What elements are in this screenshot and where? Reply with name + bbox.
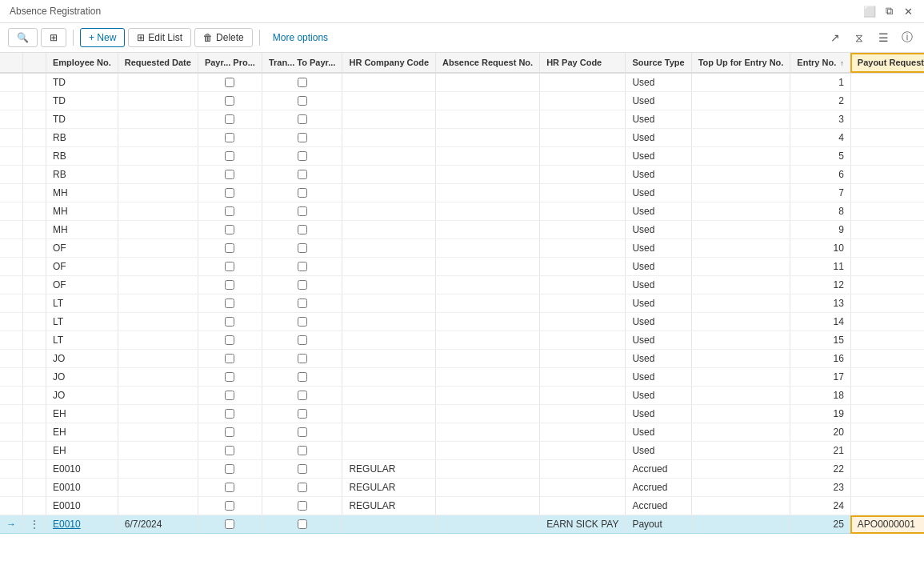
payr-pro-cell[interactable]	[198, 350, 262, 368]
table-row[interactable]: MHUsed7Absence Re...	[0, 184, 924, 202]
tran-to-payr-checkbox[interactable]	[298, 280, 307, 290]
collapse-icon[interactable]: ✕	[902, 5, 914, 18]
tran-to-payr-checkbox[interactable]	[298, 354, 307, 363]
tran-to-payr-cell[interactable]	[262, 405, 342, 423]
tran-to-payr-checkbox[interactable]	[298, 501, 307, 511]
table-row[interactable]: MHUsed8Absence Re...	[0, 202, 924, 221]
col-header-hr-company[interactable]: HR Company Code	[342, 53, 436, 73]
tran-to-payr-checkbox[interactable]	[298, 427, 307, 437]
table-row[interactable]: RBUsed4Absence Re...	[0, 129, 924, 147]
emp-no-link[interactable]: E0010	[53, 519, 81, 530]
new-button[interactable]: + New	[80, 28, 125, 47]
payr-pro-checkbox[interactable]	[225, 114, 234, 124]
payr-pro-cell[interactable]	[198, 313, 262, 331]
payr-pro-checkbox[interactable]	[225, 280, 234, 290]
payr-pro-checkbox[interactable]	[225, 427, 234, 437]
col-header-hr-pay-code[interactable]: HR Pay Code	[540, 53, 626, 73]
payr-pro-cell[interactable]	[198, 387, 262, 405]
payr-pro-cell[interactable]	[198, 166, 262, 184]
payr-pro-cell[interactable]	[198, 442, 262, 460]
table-row[interactable]: →⋮E00106/7/2024EARN SICK PAYPayout25APO0…	[0, 515, 924, 534]
tran-to-payr-checkbox[interactable]	[298, 519, 307, 529]
table-row[interactable]: E0010REGULARAccrued249:00:00 AM5:00:00 P…	[0, 497, 924, 515]
tran-to-payr-cell[interactable]	[262, 73, 342, 92]
table-row[interactable]: JOUsed18Absence Re...	[0, 387, 924, 405]
tran-to-payr-cell[interactable]	[262, 423, 342, 442]
payr-pro-cell[interactable]	[198, 92, 262, 110]
tran-to-payr-cell[interactable]	[262, 313, 342, 331]
table-row[interactable]: MHUsed9Absence Re...	[0, 221, 924, 239]
tran-to-payr-checkbox[interactable]	[298, 114, 307, 124]
table-row[interactable]: LTUsed13Absence Re...	[0, 295, 924, 313]
payr-pro-cell[interactable]	[198, 73, 262, 92]
tran-to-payr-checkbox[interactable]	[298, 446, 307, 455]
table-row[interactable]: LTUsed15Absence Re...	[0, 331, 924, 350]
table-row[interactable]: RBUsed5Absence Re...	[0, 147, 924, 166]
col-header-abs-req[interactable]: Absence Request No.	[436, 53, 540, 73]
tran-to-payr-cell[interactable]	[262, 147, 342, 166]
tran-to-payr-cell[interactable]	[262, 202, 342, 221]
payr-pro-cell[interactable]	[198, 368, 262, 387]
expand-icon[interactable]: ⬜	[863, 5, 876, 18]
table-row[interactable]: TDUsed3Absence Re...	[0, 110, 924, 129]
tran-to-payr-cell[interactable]	[262, 460, 342, 479]
table-row[interactable]: OFUsed12Absence Re...	[0, 276, 924, 295]
table-row[interactable]: EHUsed21Absence Re...	[0, 442, 924, 460]
detach-icon[interactable]: ⧉	[882, 5, 895, 18]
tran-to-payr-checkbox[interactable]	[298, 483, 307, 492]
emp-no-cell[interactable]: E0010	[46, 515, 118, 534]
tran-to-payr-checkbox[interactable]	[298, 206, 307, 216]
more-options-button[interactable]: More options	[266, 29, 334, 46]
col-header-payr-pro[interactable]: Payr... Pro...	[198, 53, 262, 73]
col-header-req-date[interactable]: Requested Date	[118, 53, 198, 73]
edit-list-button[interactable]: ⊞ Edit List	[128, 28, 191, 47]
tran-to-payr-checkbox[interactable]	[298, 188, 307, 198]
table-row[interactable]: E0010REGULARAccrued239:00:00 AM5:00:00 P…	[0, 479, 924, 497]
payr-pro-checkbox[interactable]	[225, 519, 234, 529]
tran-to-payr-cell[interactable]	[262, 331, 342, 350]
payr-pro-cell[interactable]	[198, 147, 262, 166]
tran-to-payr-checkbox[interactable]	[298, 225, 307, 234]
payr-pro-checkbox[interactable]	[225, 409, 234, 419]
columns-icon[interactable]: ☰	[874, 29, 892, 46]
payr-pro-checkbox[interactable]	[225, 206, 234, 216]
tran-to-payr-cell[interactable]	[262, 110, 342, 129]
payr-pro-checkbox[interactable]	[225, 225, 234, 234]
tran-to-payr-cell[interactable]	[262, 221, 342, 239]
tran-to-payr-cell[interactable]	[262, 497, 342, 515]
payr-pro-cell[interactable]	[198, 202, 262, 221]
tran-to-payr-cell[interactable]	[262, 350, 342, 368]
table-row[interactable]: OFUsed11Absence Re...	[0, 258, 924, 276]
payr-pro-checkbox[interactable]	[225, 133, 234, 142]
tran-to-payr-cell[interactable]	[262, 368, 342, 387]
payr-pro-checkbox[interactable]	[225, 96, 234, 106]
payr-pro-checkbox[interactable]	[225, 188, 234, 198]
tran-to-payr-checkbox[interactable]	[298, 78, 307, 87]
col-header-top-up[interactable]: Top Up for Entry No.	[691, 53, 790, 73]
payr-pro-checkbox[interactable]	[225, 446, 234, 455]
payr-pro-checkbox[interactable]	[225, 262, 234, 271]
table-row[interactable]: JOUsed17Absence Re...	[0, 368, 924, 387]
tran-to-payr-cell[interactable]	[262, 276, 342, 295]
table-row[interactable]: OFUsed10Absence Re...	[0, 239, 924, 258]
col-header-source-type[interactable]: Source Type	[626, 53, 691, 73]
payr-pro-cell[interactable]	[198, 423, 262, 442]
delete-button[interactable]: 🗑 Delete	[194, 28, 253, 47]
tran-to-payr-checkbox[interactable]	[298, 464, 307, 474]
tran-to-payr-checkbox[interactable]	[298, 317, 307, 327]
table-row[interactable]: RBUsed6Absence Re...	[0, 166, 924, 184]
tran-to-payr-checkbox[interactable]	[298, 391, 307, 400]
table-row[interactable]: JOUsed16Absence Re...	[0, 350, 924, 368]
payr-pro-checkbox[interactable]	[225, 151, 234, 161]
payr-pro-checkbox[interactable]	[225, 299, 234, 308]
payr-pro-cell[interactable]	[198, 276, 262, 295]
tran-to-payr-checkbox[interactable]	[298, 299, 307, 308]
payr-pro-cell[interactable]	[198, 110, 262, 129]
col-header-tran-to-payr[interactable]: Tran... To Payr...	[262, 53, 342, 73]
tran-to-payr-checkbox[interactable]	[298, 262, 307, 271]
tran-to-payr-cell[interactable]	[262, 129, 342, 147]
payr-pro-checkbox[interactable]	[225, 78, 234, 87]
col-header-emp-no[interactable]: Employee No.	[46, 53, 118, 73]
tran-to-payr-cell[interactable]	[262, 295, 342, 313]
tran-to-payr-cell[interactable]	[262, 239, 342, 258]
